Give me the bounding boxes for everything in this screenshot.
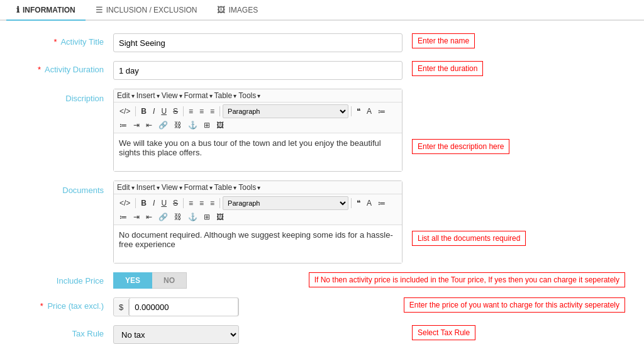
documents-label: Documents bbox=[19, 180, 113, 195]
documents-view-menu[interactable]: View bbox=[162, 183, 182, 192]
activity-duration-input[interactable] bbox=[113, 61, 402, 80]
price-row: * Price (tax excl.) $ Enter the price of… bbox=[19, 297, 625, 316]
activity-title-control bbox=[113, 33, 402, 52]
doc-toolbar-unlink-btn[interactable]: ⛓ bbox=[172, 211, 184, 223]
toolbar-image-btn[interactable]: 🖼 bbox=[214, 119, 226, 131]
toolbar-indent-btn[interactable]: ⇥ bbox=[131, 119, 142, 131]
tab-information[interactable]: ℹ INFORMATION bbox=[6, 0, 86, 21]
doc-toolbar-italic-btn[interactable]: I bbox=[150, 197, 157, 209]
toolbar-sep-2 bbox=[183, 106, 184, 116]
form-content: * Activity Title Enter the name * Activi… bbox=[0, 21, 644, 344]
doc-toolbar-font-color-btn[interactable]: A bbox=[364, 197, 374, 209]
documents-table-menu[interactable]: Table bbox=[214, 183, 237, 192]
doc-toolbar-strike-btn[interactable]: S bbox=[170, 197, 180, 209]
doc-toolbar-underline-btn[interactable]: U bbox=[158, 197, 169, 209]
toolbar-ul-btn[interactable]: ≔ bbox=[375, 106, 388, 117]
include-price-no-btn[interactable]: NO bbox=[152, 272, 187, 289]
doc-toolbar-outdent-btn[interactable]: ⇤ bbox=[143, 211, 155, 223]
toolbar-italic-btn[interactable]: I bbox=[150, 106, 157, 117]
doc-toolbar-align-right-btn[interactable]: ≡ bbox=[208, 197, 217, 209]
description-edit-menu[interactable]: Edit bbox=[117, 91, 135, 100]
toolbar-unlink-btn[interactable]: ⛓ bbox=[172, 119, 184, 131]
description-row: Discription Edit Insert View Format Tabl… bbox=[19, 89, 625, 172]
toolbar-table-btn[interactable]: ⊞ bbox=[201, 119, 213, 131]
image-icon: 🖼 bbox=[217, 5, 225, 14]
doc-toolbar-ul-btn[interactable]: ≔ bbox=[375, 197, 388, 209]
toolbar-sep-4 bbox=[351, 106, 352, 116]
doc-toolbar-align-center-btn[interactable]: ≡ bbox=[197, 197, 206, 209]
documents-insert-menu[interactable]: Insert bbox=[136, 183, 160, 192]
toolbar-align-center-btn[interactable]: ≡ bbox=[197, 106, 206, 117]
description-label: Discription bbox=[19, 89, 113, 103]
tab-inclusion-exclusion[interactable]: ☰ INCLUSION / EXCLUSION bbox=[86, 0, 208, 21]
toolbar-strike-btn[interactable]: S bbox=[170, 106, 180, 117]
documents-toolbar: </> B I U S ≡ ≡ ≡ Paragraph bbox=[114, 194, 402, 225]
toolbar-code-btn[interactable]: </> bbox=[117, 106, 133, 117]
toolbar-format-select[interactable]: Paragraph bbox=[223, 104, 348, 118]
required-star: * bbox=[53, 37, 57, 47]
description-format-menu[interactable]: Format bbox=[184, 91, 213, 100]
doc-toolbar-image-btn[interactable]: 🖼 bbox=[214, 211, 226, 223]
toolbar-link-btn[interactable]: 🔗 bbox=[156, 119, 170, 131]
price-currency: $ bbox=[114, 299, 129, 315]
toolbar-align-left-btn[interactable]: ≡ bbox=[186, 106, 196, 117]
doc-toolbar-table-btn[interactable]: ⊞ bbox=[201, 211, 213, 223]
toolbar-outdent-btn[interactable]: ⇤ bbox=[143, 119, 155, 131]
activity-duration-control bbox=[113, 61, 402, 80]
tab-information-label: INFORMATION bbox=[23, 6, 75, 14]
info-icon: ℹ bbox=[16, 5, 19, 14]
doc-toolbar-align-left-btn[interactable]: ≡ bbox=[186, 197, 196, 209]
toolbar-align-right-btn[interactable]: ≡ bbox=[208, 106, 217, 117]
doc-toolbar-anchor-btn[interactable]: ⚓ bbox=[186, 211, 200, 223]
doc-toolbar-blockquote-btn[interactable]: ❝ bbox=[354, 197, 363, 209]
description-insert-menu[interactable]: Insert bbox=[136, 91, 160, 100]
activity-title-input[interactable] bbox=[113, 33, 402, 52]
price-hint: Enter the price of you want to charge fo… bbox=[404, 297, 625, 313]
description-view-menu[interactable]: View bbox=[162, 91, 182, 100]
documents-tools-menu[interactable]: Tools bbox=[238, 183, 260, 192]
toolbar-sep-1 bbox=[135, 106, 136, 116]
documents-format-menu[interactable]: Format bbox=[184, 183, 213, 192]
description-editor: Edit Insert View Format Table Tools </> … bbox=[113, 89, 402, 172]
toolbar-sep-3 bbox=[219, 106, 220, 116]
price-label: * Price (tax excl.) bbox=[19, 297, 113, 311]
tab-inclusion-label: INCLUSION / EXCLUSION bbox=[106, 6, 197, 14]
price-input-group: $ bbox=[113, 297, 239, 316]
toolbar-blockquote-btn[interactable]: ❝ bbox=[354, 106, 363, 117]
documents-body[interactable]: No document required. Although we sugges… bbox=[114, 225, 402, 263]
documents-editor: Edit Insert View Format Table Tools </> … bbox=[113, 180, 402, 264]
toolbar-font-color-btn[interactable]: A bbox=[364, 106, 374, 117]
price-control: $ bbox=[113, 297, 394, 316]
doc-toolbar-ol-btn[interactable]: ≔ bbox=[117, 211, 130, 223]
tax-rule-select[interactable]: No tax bbox=[113, 325, 239, 344]
toolbar-bold-btn[interactable]: B bbox=[138, 106, 149, 117]
include-price-yes-btn[interactable]: YES bbox=[113, 272, 152, 289]
toolbar-ol-btn[interactable]: ≔ bbox=[117, 119, 130, 131]
main-container: ℹ INFORMATION ☰ INCLUSION / EXCLUSION 🖼 … bbox=[0, 0, 644, 344]
include-price-hint: If No then activity price is included in… bbox=[309, 272, 625, 287]
doc-toolbar-link-btn[interactable]: 🔗 bbox=[156, 211, 170, 223]
price-input[interactable] bbox=[129, 297, 238, 316]
toolbar-anchor-btn[interactable]: ⚓ bbox=[186, 119, 200, 131]
documents-menubar: Edit Insert View Format Table Tools bbox=[114, 181, 402, 194]
doc-toolbar-sep-4 bbox=[351, 198, 352, 208]
include-price-label: Include Price bbox=[19, 272, 113, 286]
required-star-3: * bbox=[40, 301, 43, 311]
description-table-menu[interactable]: Table bbox=[214, 91, 237, 100]
tab-images[interactable]: 🖼 IMAGES bbox=[207, 0, 268, 21]
doc-toolbar-sep-2 bbox=[183, 198, 184, 208]
description-body[interactable]: We will take you on a bus tour of the to… bbox=[114, 133, 402, 171]
activity-title-row: * Activity Title Enter the name bbox=[19, 33, 625, 52]
documents-edit-menu[interactable]: Edit bbox=[117, 183, 135, 192]
toolbar-underline-btn[interactable]: U bbox=[158, 106, 169, 117]
doc-toolbar-format-select[interactable]: Paragraph bbox=[223, 196, 348, 210]
doc-toolbar-bold-btn[interactable]: B bbox=[138, 197, 149, 209]
description-menubar: Edit Insert View Format Table Tools bbox=[114, 89, 402, 103]
activity-duration-label: * Activity Duration bbox=[19, 61, 113, 74]
activity-duration-hint: Enter the duration bbox=[412, 61, 483, 76]
include-price-control: YES NO bbox=[113, 272, 299, 289]
description-tools-menu[interactable]: Tools bbox=[238, 91, 260, 100]
required-star-2: * bbox=[38, 65, 41, 74]
doc-toolbar-indent-btn[interactable]: ⇥ bbox=[131, 211, 142, 223]
doc-toolbar-code-btn[interactable]: </> bbox=[117, 197, 133, 209]
